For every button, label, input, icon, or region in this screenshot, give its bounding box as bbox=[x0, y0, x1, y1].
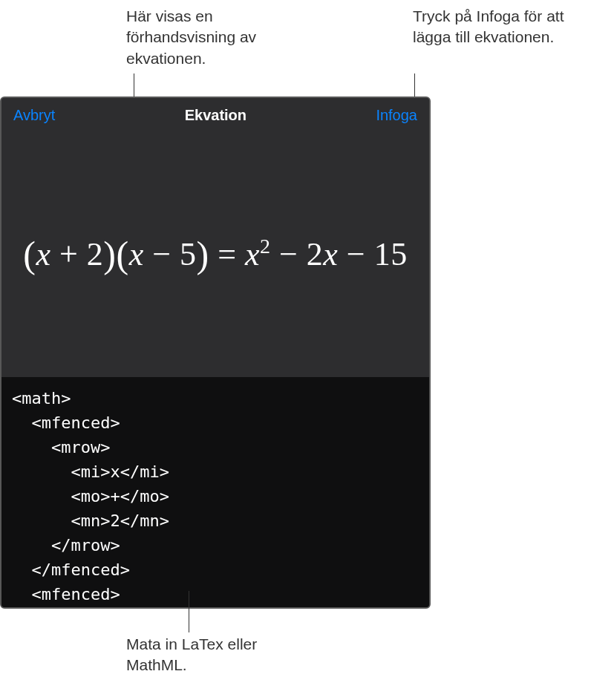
cancel-button[interactable]: Avbryt bbox=[13, 107, 55, 124]
insert-button[interactable]: Infoga bbox=[376, 107, 417, 124]
callout-insert: Tryck på Infoga för att lägga till ekvat… bbox=[413, 6, 576, 69]
callout-preview: Här visas en förhandsvisning av ekvation… bbox=[126, 6, 319, 69]
callout-line bbox=[189, 591, 189, 632]
equation-code-input[interactable]: <math> <mfenced> <mrow> <mi>x</mi> <mo>+… bbox=[1, 377, 429, 609]
dialog-title: Ekvation bbox=[185, 107, 246, 124]
equation-editor-dialog: Avbryt Ekvation Infoga (x + 2)(x − 5) = … bbox=[0, 97, 431, 609]
callout-input: Mata in LaTex eller MathML. bbox=[126, 634, 319, 676]
equation-rendered: (x + 2)(x − 5) = x2 − 2x − 15 bbox=[23, 233, 407, 276]
navbar: Avbryt Ekvation Infoga bbox=[1, 98, 429, 132]
equation-preview: (x + 2)(x − 5) = x2 − 2x − 15 bbox=[1, 132, 429, 377]
